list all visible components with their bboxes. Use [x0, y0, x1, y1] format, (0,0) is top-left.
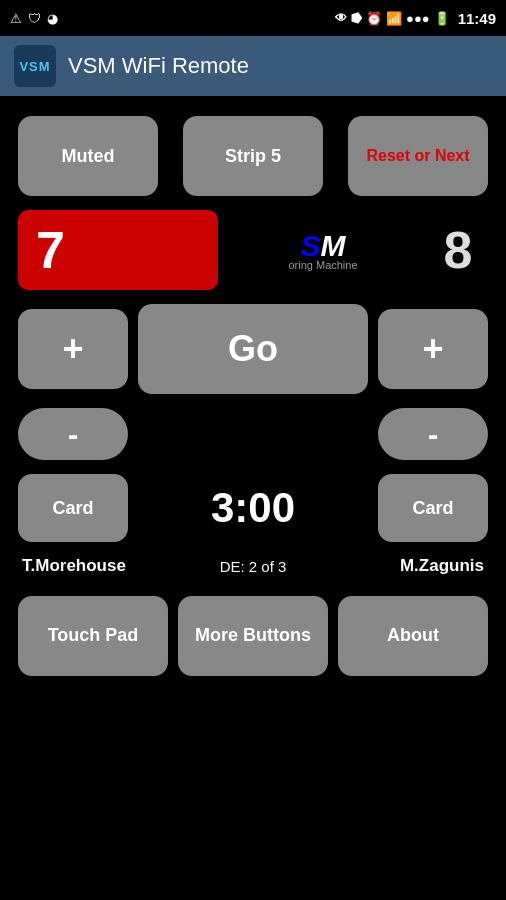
top-buttons-row: Muted Strip 5 Reset or Next — [18, 116, 488, 196]
muted-button[interactable]: Muted — [18, 116, 158, 196]
warning-icon: ⚠ — [10, 11, 22, 26]
vsm-logo: S M oring Machine — [228, 210, 418, 290]
bottom-buttons-row: Touch Pad More Buttons About — [18, 596, 488, 676]
about-button[interactable]: About — [338, 596, 488, 676]
clock: 11:49 — [458, 10, 496, 27]
app-title: VSM WiFi Remote — [68, 53, 249, 79]
logo-s: S — [300, 229, 320, 263]
status-icons-left: ⚠ 🛡 ◕ — [10, 11, 58, 26]
left-card-button[interactable]: Card — [18, 474, 128, 542]
card-timer-row: Card 3:00 Card — [18, 474, 488, 542]
go-controls-row: + Go + — [18, 304, 488, 394]
right-score: 8 — [428, 220, 488, 280]
wifi-icon: ◕ — [47, 11, 58, 26]
eye-icon: 👁 — [335, 11, 347, 25]
alarm-icon: ⏰ — [366, 11, 382, 26]
left-minus-button[interactable]: - — [18, 408, 128, 460]
left-player-name: T.Morehouse — [22, 556, 172, 576]
touchpad-button[interactable]: Touch Pad — [18, 596, 168, 676]
main-content: Muted Strip 5 Reset or Next 7 S M oring … — [0, 96, 506, 686]
battery-icon: 🔋 — [434, 11, 450, 26]
right-plus-button[interactable]: + — [378, 309, 488, 389]
app-logo: VSM — [14, 45, 56, 87]
minus-row: - - — [18, 408, 488, 460]
go-button[interactable]: Go — [138, 304, 368, 394]
players-row: T.Morehouse DE: 2 of 3 M.Zagunis — [18, 556, 488, 576]
more-buttons-button[interactable]: More Buttons — [178, 596, 328, 676]
status-icons-right: 👁 ⭓ ⏰ 📶 ●●● 🔋 11:49 — [335, 10, 496, 27]
network-icon: ●●● — [406, 11, 430, 26]
reset-button[interactable]: Reset or Next — [348, 116, 488, 196]
de-info: DE: 2 of 3 — [178, 558, 328, 575]
right-player-name: M.Zagunis — [334, 556, 484, 576]
timer-display: 3:00 — [138, 484, 368, 532]
signal-icon: 📶 — [386, 11, 402, 26]
left-plus-button[interactable]: + — [18, 309, 128, 389]
app-header: VSM VSM WiFi Remote — [0, 36, 506, 96]
right-card-button[interactable]: Card — [378, 474, 488, 542]
score-display-row: 7 S M oring Machine 8 — [18, 210, 488, 290]
left-score: 7 — [36, 220, 65, 280]
left-score-display: 7 — [18, 210, 218, 290]
bluetooth-icon: ⭓ — [351, 11, 362, 26]
shield-icon: 🛡 — [28, 11, 41, 26]
logo-m: M — [321, 229, 346, 263]
strip-button[interactable]: Strip 5 — [183, 116, 323, 196]
right-minus-button[interactable]: - — [378, 408, 488, 460]
logo-subtitle: oring Machine — [288, 259, 357, 271]
status-bar: ⚠ 🛡 ◕ 👁 ⭓ ⏰ 📶 ●●● 🔋 11:49 — [0, 0, 506, 36]
